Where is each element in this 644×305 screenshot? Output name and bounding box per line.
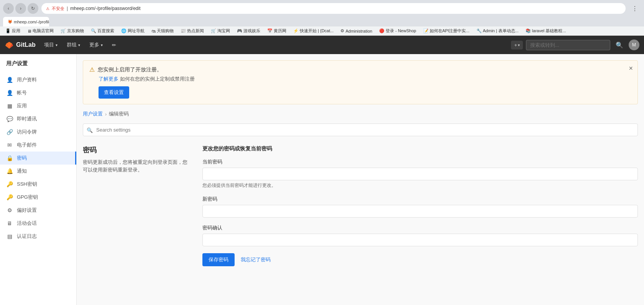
form-right-panel: 更改您的密码或恢复当前密码 当前密码 您必须提供当前密码才能进行更改。 新密码: [202, 145, 638, 266]
current-password-input[interactable]: [202, 168, 638, 180]
account-icon: 👤: [6, 90, 13, 96]
alert-close-button[interactable]: ×: [629, 64, 633, 73]
navbar-projects[interactable]: 项目 ▾: [40, 39, 61, 51]
breadcrumb-separator: ›: [105, 111, 107, 117]
ssh-icon: 🔑: [6, 181, 13, 187]
current-password-label: 当前密码: [202, 158, 638, 165]
main-content: ⚠ 您实例上启用了开放注册。 了解更多 如何在您的实例上定制或禁用注册 查看设置…: [77, 54, 644, 305]
gitlab-navbar: GitLab 项目 ▾ 群组 ▾ 更多 ▾ ✏ + ▾ 🔍 M: [0, 36, 644, 54]
address-bar[interactable]: ⚠ 不安全 | mheep.com/-/profile/password/edi…: [41, 3, 626, 14]
bookmark-quickstart[interactable]: ⚡快速开始 | {Dcat...: [291, 27, 336, 35]
breadcrumb-parent[interactable]: 用户设置: [83, 110, 103, 117]
bookmark-huangli[interactable]: 📅黄历网: [265, 27, 289, 35]
alert-banner: ⚠ 您实例上启用了开放注册。 了解更多 如何在您的实例上定制或禁用注册 查看设置…: [83, 60, 638, 104]
sidebar-item-account[interactable]: 👤 帐号: [0, 86, 76, 99]
browser-menu-button[interactable]: ⋮: [629, 2, 641, 15]
navbar-more[interactable]: 更多 ▾: [85, 39, 107, 51]
sidebar-item-preferences[interactable]: ⚙ 偏好设置: [0, 204, 76, 217]
access-tokens-icon: 🔗: [6, 129, 13, 135]
breadcrumb-current: 编辑密码: [109, 110, 129, 117]
user-avatar-button[interactable]: M: [629, 40, 639, 50]
forward-button[interactable]: ›: [15, 3, 26, 14]
sidebar-item-gpg-keys[interactable]: 🔑 GPG密钥: [0, 191, 76, 204]
bookmark-news[interactable]: 📰热点新闻: [178, 27, 206, 35]
sidebar-item-access-tokens[interactable]: 🔗 访问令牌: [0, 125, 76, 138]
bookmark-tmall[interactable]: 🛍天猫购物: [149, 27, 176, 35]
save-password-button[interactable]: 保存密码: [202, 253, 235, 266]
navbar-plus-button[interactable]: + ▾: [511, 41, 523, 49]
sidebar: 用户设置 👤 用户资料 👤 帐号 ▦ 应用 💬 即时通讯 🔗 访问令牌 ✉ 电子…: [0, 54, 77, 305]
active-tab[interactable]: 🦊 mheep.com/-/profile/passw... ✕: [3, 17, 49, 26]
new-password-input[interactable]: [202, 205, 638, 218]
bookmark-diannaodian[interactable]: 🖥电脑店官网: [25, 27, 56, 35]
email-icon: ✉: [6, 142, 13, 148]
sidebar-item-active-sessions[interactable]: 🖥 活动会话: [0, 217, 76, 230]
current-password-group: 当前密码 您必须提供当前密码才能进行更改。: [202, 158, 638, 189]
search-button[interactable]: 🔍: [613, 39, 626, 51]
sidebar-item-notifications[interactable]: 🔔 通知: [0, 165, 76, 178]
sidebar-item-profile[interactable]: 👤 用户资料: [0, 73, 76, 86]
current-password-hint: 您必须提供当前密码才能进行更改。: [202, 182, 638, 189]
navbar-links: 项目 ▾ 群组 ▾ 更多 ▾ ✏: [40, 39, 120, 51]
search-settings-input[interactable]: [83, 124, 638, 136]
plus-icon: +: [514, 42, 517, 48]
groups-chevron-icon: ▾: [78, 43, 80, 47]
confirm-password-input[interactable]: [202, 234, 638, 246]
bookmark-admin[interactable]: ⚙Administration: [338, 27, 375, 35]
bookmarks-bar: 📱应用 🖥电脑店官网 🛒京东购物 🔍百度搜索 🌐网址导航 🛍天猫购物 📰热点新闻…: [0, 26, 644, 36]
alert-title: 您实例上启用了开放注册。: [98, 66, 162, 73]
alert-link-suffix: 如何在您的实例上定制或禁用注册: [120, 76, 195, 82]
address-text: |: [67, 6, 68, 11]
view-settings-button[interactable]: 查看设置: [99, 86, 129, 99]
navbar-pencil[interactable]: ✏: [108, 39, 120, 51]
sidebar-item-applications[interactable]: ▦ 应用: [0, 99, 76, 112]
security-label: 不安全: [52, 6, 64, 12]
form-section-title: 密码: [83, 145, 190, 155]
breadcrumb: 用户设置 › 编辑密码: [83, 110, 638, 117]
bookmark-api[interactable]: 📝如何在API注册中实...: [421, 27, 472, 35]
password-form-row: 密码 密码更新成功后，您将被重定向到登录页面，您可以使用新密码重新登录。 更改您…: [83, 145, 638, 266]
applications-icon: ▦: [6, 103, 13, 109]
app-layout: 用户设置 👤 用户资料 👤 帐号 ▦ 应用 💬 即时通讯 🔗 访问令牌 ✉ 电子…: [0, 54, 644, 305]
form-actions: 保存密码 我忘记了密码: [202, 253, 638, 266]
alert-link[interactable]: 了解更多: [99, 76, 118, 82]
security-icon: ⚠: [46, 7, 49, 11]
sidebar-item-password[interactable]: 🔒 密码: [0, 152, 76, 165]
gitlab-brand: GitLab: [16, 41, 36, 48]
projects-chevron-icon: ▾: [56, 43, 58, 47]
navbar-right: + ▾ 🔍 M: [511, 39, 639, 51]
form-left-panel: 密码 密码更新成功后，您将被重定向到登录页面，您可以使用新密码重新登录。: [83, 145, 190, 266]
search-settings-icon: 🔍: [87, 127, 93, 133]
bookmark-game[interactable]: 🎮游戏娱乐: [235, 27, 263, 35]
sidebar-item-email[interactable]: ✉ 电子邮件: [0, 138, 76, 152]
audit-icon: ▤: [6, 233, 13, 239]
gpg-icon: 🔑: [6, 194, 13, 200]
sidebar-item-im[interactable]: 💬 即时通讯: [0, 112, 76, 125]
plus-chevron-icon: ▾: [518, 43, 520, 47]
alert-warning-icon: ⚠: [89, 66, 95, 73]
alert-text: 了解更多 如何在您的实例上定制或禁用注册: [99, 76, 631, 82]
navbar-search-input[interactable]: [526, 40, 610, 50]
pencil-icon: ✏: [112, 42, 116, 48]
bookmark-form[interactable]: 🔧Admin | 表单动态...: [474, 27, 521, 35]
gitlab-logo[interactable]: GitLab: [5, 40, 36, 49]
bookmark-nav[interactable]: 🌐网址导航: [119, 27, 147, 35]
bookmark-apps[interactable]: 📱应用: [3, 27, 23, 35]
profile-icon: 👤: [6, 77, 13, 83]
forgot-password-link[interactable]: 我忘记了密码: [241, 256, 271, 263]
browser-tabs: 🦊 mheep.com/-/profile/passw... ✕: [3, 17, 641, 26]
new-password-group: 新密码: [202, 196, 638, 218]
bookmark-laravel[interactable]: 📚laravel 基础教程...: [523, 27, 568, 35]
new-password-label: 新密码: [202, 196, 638, 203]
navbar-groups[interactable]: 群组 ▾: [63, 39, 84, 51]
reload-button[interactable]: ↻: [28, 3, 38, 14]
bookmark-baidu[interactable]: 🔍百度搜索: [89, 27, 117, 35]
bookmark-taobao[interactable]: 🛒淘宝网: [209, 27, 232, 35]
bookmark-jd[interactable]: 🛒京东购物: [58, 27, 86, 35]
notifications-icon: 🔔: [6, 168, 13, 174]
back-button[interactable]: ‹: [3, 3, 14, 14]
sidebar-item-audit-log[interactable]: ▤ 认证日志: [0, 230, 76, 243]
search-settings-box: 🔍: [83, 124, 638, 136]
bookmark-login[interactable]: 🔴登录 - NewShop: [377, 27, 418, 35]
sidebar-item-ssh-keys[interactable]: 🔑 SSH密钥: [0, 178, 76, 191]
